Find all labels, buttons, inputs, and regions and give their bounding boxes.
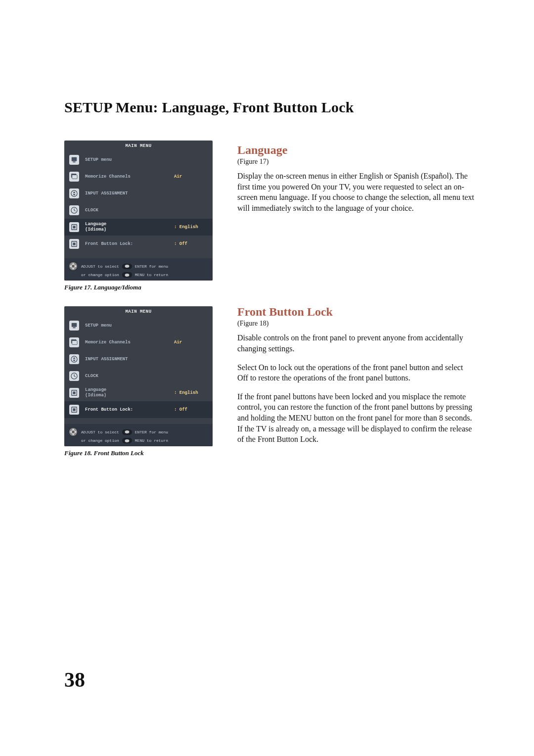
hint-text: MENU to return — [135, 438, 168, 443]
paragraph-fbl-3: If the front panel buttons have been loc… — [237, 391, 475, 445]
osd-menu-item[interactable]: CLOCK — [64, 368, 213, 384]
hint-text: ENTER for menu — [135, 264, 168, 269]
osd-item-label: Front Button Lock: — [80, 241, 174, 247]
osd-item-value: : Off — [174, 407, 209, 412]
figure-18: MAIN MENU SETUP menuMemorize ChannelsAir… — [64, 306, 213, 457]
updown-icon — [68, 354, 80, 364]
dpad-icon — [68, 261, 78, 271]
paragraph-language-1: Display the on-screen menus in either En… — [237, 171, 475, 213]
osd-spacer — [64, 252, 213, 258]
osd-hint-bar: ADJUST to select ENTER for menu or chang… — [64, 424, 213, 446]
updown-icon — [68, 189, 80, 198]
figure-ref-language: (Figure 17) — [237, 158, 475, 166]
osd-menu-item[interactable]: INPUT ASSIGNMENT — [64, 351, 213, 368]
osd-item-label: Front Button Lock: — [80, 407, 174, 413]
heading-front-button-lock: Front Button Lock — [237, 305, 475, 319]
figures-column: MAIN MENU SETUP menuMemorize ChannelsAir… — [64, 141, 213, 472]
monitor-2-icon — [68, 172, 80, 182]
page-title: SETUP Menu: Language, Front Button Lock — [64, 99, 475, 116]
figure-18-caption: Figure 18. Front Button Lock — [64, 449, 213, 457]
osd-item-label: Memorize Channels — [80, 340, 174, 345]
body-column: Language (Figure 17) Display the on-scre… — [237, 141, 475, 472]
osd-menu-item[interactable]: Memorize ChannelsAir — [64, 334, 213, 351]
osd-title: MAIN MENU — [64, 141, 213, 151]
osd-menu-item[interactable]: Memorize ChannelsAir — [64, 168, 213, 185]
osd-item-label: Language (Idioma) — [80, 222, 174, 233]
osd-rows: SETUP menuMemorize ChannelsAirINPUT ASSI… — [64, 151, 213, 252]
hint-text: MENU to return — [135, 273, 168, 277]
two-column-layout: MAIN MENU SETUP menuMemorize ChannelsAir… — [64, 141, 475, 472]
osd-item-label: CLOCK — [80, 374, 174, 379]
osd-hint-line-2: or change option MENU to return — [68, 438, 209, 443]
monitor-icon — [68, 155, 80, 165]
osd-item-label: INPUT ASSIGNMENT — [80, 357, 174, 362]
figure-17-caption: Figure 17. Language/Idioma — [64, 284, 213, 291]
osd-hint-line-1: ADJUST to select ENTER for menu — [68, 261, 209, 271]
osd-item-label: Language (Idioma) — [80, 387, 174, 398]
osd-menu-item[interactable]: CLOCK — [64, 202, 213, 219]
dpad-icon — [68, 427, 78, 437]
page-number: 38 — [64, 668, 85, 692]
osd-item-value: Air — [174, 340, 209, 345]
monitor-2-icon — [68, 337, 80, 347]
osd-hint-line-1: ADJUST to select ENTER for menu — [68, 427, 209, 437]
figure-ref-fbl: (Figure 18) — [237, 320, 475, 328]
osd-item-label: SETUP menu — [80, 323, 174, 329]
osd-rows: SETUP menuMemorize ChannelsAirINPUT ASSI… — [64, 317, 213, 418]
paragraph-fbl-1: Disable controls on the front panel to p… — [237, 332, 475, 354]
hint-text: or change option — [81, 438, 119, 443]
osd-spacer — [64, 418, 213, 424]
menu-key-icon — [122, 272, 132, 278]
hint-text: or change option — [81, 273, 119, 277]
osd-panel-fig18: MAIN MENU SETUP menuMemorize ChannelsAir… — [64, 306, 213, 446]
hint-text: ADJUST to select — [81, 430, 119, 434]
square-icon — [68, 239, 80, 249]
osd-menu-item[interactable]: Front Button Lock:: Off — [64, 401, 213, 418]
figure-17: MAIN MENU SETUP menuMemorize ChannelsAir… — [64, 141, 213, 291]
square-icon — [68, 405, 80, 415]
osd-item-label: Memorize Channels — [80, 174, 174, 180]
osd-item-label: SETUP menu — [80, 157, 174, 163]
heading-language: Language — [237, 143, 475, 157]
hint-text: ENTER for menu — [135, 430, 168, 434]
osd-item-value: Air — [174, 174, 209, 179]
osd-menu-item[interactable]: Language (Idioma): English — [64, 384, 213, 401]
paragraph-fbl-2: Select On to lock out the operations of … — [237, 362, 475, 383]
osd-menu-item[interactable]: Language (Idioma): English — [64, 219, 213, 236]
osd-menu-item[interactable]: Front Button Lock:: Off — [64, 236, 213, 252]
osd-menu-item[interactable]: SETUP menu — [64, 151, 213, 168]
osd-title: MAIN MENU — [64, 306, 213, 317]
clock-icon — [68, 205, 80, 215]
monitor-icon — [68, 321, 80, 331]
section-gap — [237, 221, 475, 305]
osd-menu-item[interactable]: SETUP menu — [64, 317, 213, 334]
clock-icon — [68, 371, 80, 381]
osd-item-label: CLOCK — [80, 208, 174, 213]
osd-menu-item[interactable]: INPUT ASSIGNMENT — [64, 185, 213, 202]
square-icon — [68, 388, 80, 398]
osd-hint-line-2: or change option MENU to return — [68, 272, 209, 278]
osd-item-value: : English — [174, 390, 209, 395]
osd-item-label: INPUT ASSIGNMENT — [80, 191, 174, 196]
enter-key-icon — [122, 429, 132, 435]
osd-item-value: : Off — [174, 241, 209, 246]
hint-text: ADJUST to select — [81, 264, 119, 269]
osd-item-value: : English — [174, 225, 209, 230]
osd-hint-bar: ADJUST to select ENTER for menu or chang… — [64, 258, 213, 281]
manual-page: SETUP Menu: Language, Front Button Lock … — [0, 0, 534, 756]
osd-panel-fig17: MAIN MENU SETUP menuMemorize ChannelsAir… — [64, 141, 213, 281]
menu-key-icon — [122, 438, 132, 443]
square-icon — [68, 222, 80, 232]
enter-key-icon — [122, 264, 132, 269]
